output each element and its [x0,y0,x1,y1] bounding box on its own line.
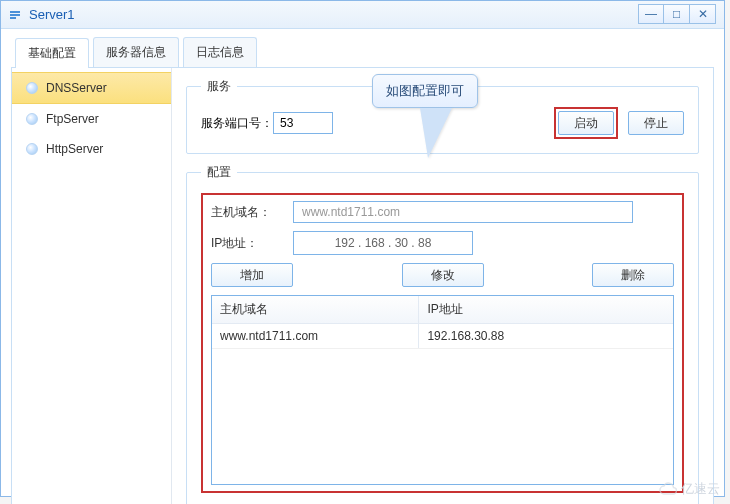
config-highlight: 主机域名： IP地址： 192 . 168 . 30 . 88 增加 修改 删除 [201,193,684,493]
titlebar[interactable]: Server1 — □ ✕ [1,1,724,29]
config-fieldset: 配置 主机域名： IP地址： 192 . 168 . 30 . 88 增加 [186,164,699,504]
sidebar-item-dnsserver[interactable]: DNSServer [12,72,171,104]
cell-domain: www.ntd1711.com [212,324,419,348]
sidebar-item-httpserver[interactable]: HttpServer [12,134,171,164]
watermark: 亿速云 [659,480,720,498]
tab-server-info[interactable]: 服务器信息 [93,37,179,67]
close-button[interactable]: ✕ [690,4,716,24]
callout-text: 如图配置即可 [372,74,478,108]
records-table: 主机域名 IP地址 www.ntd1711.com 192.168.30.88 [211,295,674,485]
ip-label: IP地址： [211,235,281,252]
sidebar-item-label: FtpServer [46,112,99,126]
app-icon [7,7,23,23]
tab-log-info[interactable]: 日志信息 [183,37,257,67]
tab-basic-config[interactable]: 基础配置 [15,38,89,68]
status-dot-icon [26,143,38,155]
app-window: Server1 — □ ✕ 基础配置 服务器信息 日志信息 DNSServer … [0,0,725,497]
service-legend: 服务 [201,78,237,95]
window-title: Server1 [29,7,75,22]
table-row[interactable]: www.ntd1711.com 192.168.30.88 [212,324,673,349]
column-header-ip[interactable]: IP地址 [419,296,673,323]
sidebar: DNSServer FtpServer HttpServer [12,68,172,504]
config-legend: 配置 [201,164,237,181]
sidebar-item-ftpserver[interactable]: FtpServer [12,104,171,134]
status-dot-icon [26,113,38,125]
stop-button[interactable]: 停止 [628,111,684,135]
host-label: 主机域名： [211,204,281,221]
sidebar-item-label: DNSServer [46,81,107,95]
ip-input[interactable]: 192 . 168 . 30 . 88 [293,231,473,255]
minimize-button[interactable]: — [638,4,664,24]
column-header-domain[interactable]: 主机域名 [212,296,419,323]
maximize-button[interactable]: □ [664,4,690,24]
main-panel: DNSServer FtpServer HttpServer 服务 服务端口号： [11,68,714,504]
start-button[interactable]: 启动 [558,111,614,135]
callout-arrow-icon [420,108,452,158]
sidebar-item-label: HttpServer [46,142,103,156]
host-input[interactable] [293,201,633,223]
watermark-text: 亿速云 [681,480,720,498]
port-input[interactable] [273,112,333,134]
add-button[interactable]: 增加 [211,263,293,287]
cloud-icon [659,482,677,496]
modify-button[interactable]: 修改 [402,263,484,287]
annotation-callout: 如图配置即可 [372,74,478,158]
start-highlight: 启动 [554,107,618,139]
status-dot-icon [26,82,38,94]
cell-ip: 192.168.30.88 [419,324,673,348]
tabbar: 基础配置 服务器信息 日志信息 [11,37,714,68]
port-label: 服务端口号： [201,115,273,132]
delete-button[interactable]: 删除 [592,263,674,287]
